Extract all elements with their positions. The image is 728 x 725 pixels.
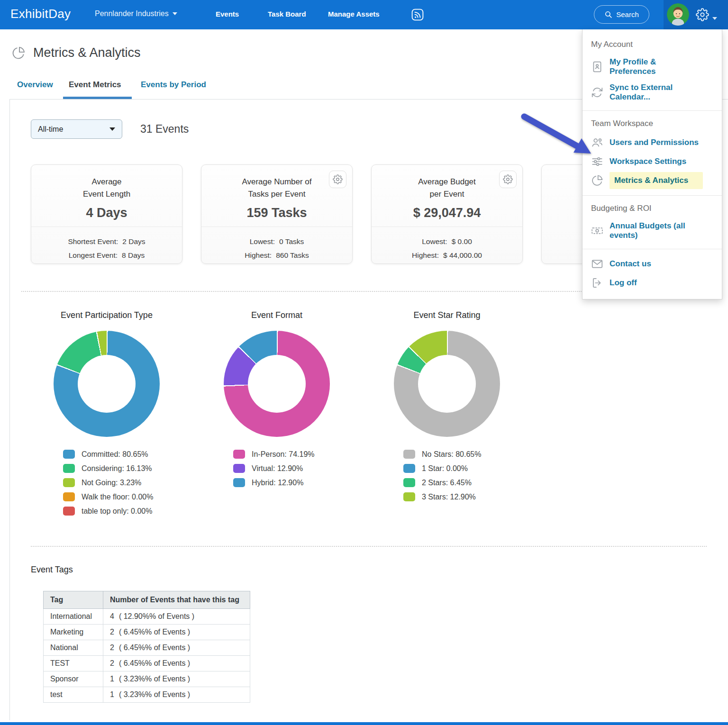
legend-swatch xyxy=(63,450,75,459)
chart-legend: In-Person: 74.19% Virtual: 12.90% Hybrid… xyxy=(233,450,353,487)
metric-card-budget: Average Budgetper Event $ 29,047.94 Lowe… xyxy=(371,164,523,264)
workspace-name: Pennlander Industries xyxy=(95,9,169,18)
table-row: TEST2( 6.45%% of Events ) xyxy=(44,656,250,671)
legend-swatch xyxy=(403,464,415,473)
menu-section-header: My Account xyxy=(582,37,722,54)
menu-item-metrics-analytics[interactable]: Metrics & Analytics xyxy=(582,171,722,190)
chevron-down-icon xyxy=(712,13,717,22)
table-row: test1( 3.23%% of Events ) xyxy=(44,687,250,703)
card-stats: Shortest Event:2 Days Longest Event:8 Da… xyxy=(31,235,182,262)
column-header-tag: Tag xyxy=(44,591,103,609)
chart-legend: Committed: 80.65% Considering: 16.13% No… xyxy=(63,450,182,516)
table-row: Marketing2( 6.45%% of Events ) xyxy=(44,625,250,640)
logout-icon xyxy=(591,277,603,289)
chevron-down-icon xyxy=(173,12,177,15)
legend-swatch xyxy=(63,492,75,501)
tab-event-metrics[interactable]: Event Metrics xyxy=(69,80,121,90)
card-stats: Lowest:0 Tasks Highest:860 Tasks xyxy=(201,235,352,262)
app-root: ExhibitDay Pennlander Industries Events … xyxy=(0,0,728,725)
legend-swatch xyxy=(403,492,415,501)
search-button[interactable]: Search xyxy=(594,5,649,24)
menu-item-sync-calendar[interactable]: Sync to External Calendar... xyxy=(582,80,722,105)
page-title: Metrics & Analytics xyxy=(33,45,141,60)
chart-title: Event Star Rating xyxy=(371,310,523,320)
settings-dropdown-menu: My Account My Profile & Preferences Sync… xyxy=(582,29,722,299)
search-icon xyxy=(604,10,612,18)
legend-swatch xyxy=(63,478,75,487)
pie-chart-icon xyxy=(11,46,26,60)
settings-gear-icon[interactable] xyxy=(696,8,709,21)
metric-card-tasks: Average Number ofTasks per Event 159 Tas… xyxy=(201,164,353,264)
legend-swatch xyxy=(233,464,245,473)
donut-chart xyxy=(394,331,500,437)
chart-title: Event Participation Type xyxy=(31,310,182,320)
legend-swatch xyxy=(63,464,75,473)
nav-link-events[interactable]: Events xyxy=(216,10,239,18)
legend-swatch xyxy=(403,478,415,487)
rss-icon[interactable] xyxy=(411,9,424,21)
column-header-count: Number of Events that have this tag xyxy=(103,591,250,609)
card-settings-gear-icon[interactable] xyxy=(329,171,346,188)
tab-overview[interactable]: Overview xyxy=(17,80,53,90)
menu-section-header: Budgeting & ROI xyxy=(582,201,722,218)
card-value: 4 Days xyxy=(31,206,182,220)
table-row: International4( 12.90%% of Events ) xyxy=(44,609,250,625)
table-row: National2( 6.45%% of Events ) xyxy=(44,640,250,656)
chart-star-rating: Event Star Rating No Stars: 80.65% 1 Sta… xyxy=(371,310,523,507)
chart-legend: No Stars: 80.65% 1 Star: 0.00% 2 Stars: … xyxy=(403,450,523,501)
event-tags-heading: Event Tags xyxy=(31,565,73,575)
pie-icon xyxy=(591,174,603,187)
card-title: AverageEvent Length xyxy=(31,176,182,200)
menu-item-users-permissions[interactable]: Users and Permissions xyxy=(582,133,722,152)
metric-card-event-length: AverageEvent Length 4 Days Shortest Even… xyxy=(31,164,182,264)
section-divider xyxy=(31,546,707,547)
chevron-down-icon xyxy=(109,127,115,131)
chart-participation-type: Event Participation Type Committed: 80.6… xyxy=(31,310,182,521)
event-tags-table: Tag Number of Events that have this tag … xyxy=(43,591,250,703)
menu-divider xyxy=(582,195,722,196)
menu-item-contact-us[interactable]: Contact us xyxy=(582,254,722,273)
menu-divider xyxy=(582,249,722,249)
search-label: Search xyxy=(616,10,639,18)
table-row: Sponsor1( 3.23%% of Events ) xyxy=(44,671,250,687)
event-count: 31 Events xyxy=(140,123,189,136)
nav-link-task-board[interactable]: Task Board xyxy=(268,10,306,18)
legend-swatch xyxy=(403,450,415,459)
banknote-icon xyxy=(591,225,603,237)
bottom-edge-bar xyxy=(0,722,728,725)
chart-title: Event Format xyxy=(201,310,353,320)
legend-swatch xyxy=(233,450,245,459)
nav-link-manage-assets[interactable]: Manage Assets xyxy=(328,10,380,18)
card-stats: Lowest:$ 0.00 Highest:$ 44,000.00 xyxy=(372,235,522,262)
menu-item-workspace-settings[interactable]: Workspace Settings xyxy=(582,152,722,171)
tab-events-by-period[interactable]: Events by Period xyxy=(141,80,206,90)
card-settings-gear-icon[interactable] xyxy=(499,171,517,188)
sliders-icon xyxy=(591,155,603,168)
card-value: 159 Tasks xyxy=(201,206,352,220)
envelope-icon xyxy=(591,258,603,270)
time-range-value: All-time xyxy=(38,125,63,134)
menu-item-log-off[interactable]: Log off xyxy=(582,273,722,292)
top-navbar: ExhibitDay Pennlander Industries Events … xyxy=(0,0,728,29)
donut-chart xyxy=(224,331,330,437)
brand-logo[interactable]: ExhibitDay xyxy=(10,7,71,21)
users-icon xyxy=(591,136,603,149)
card-value: $ 29,047.94 xyxy=(372,206,522,220)
menu-section-header: Team Workspace xyxy=(582,116,722,133)
menu-item-annual-budgets[interactable]: Annual Budgets (all events) xyxy=(582,218,722,244)
sync-icon xyxy=(591,86,603,99)
time-range-select[interactable]: All-time xyxy=(31,119,122,139)
chart-event-format: Event Format In-Person: 74.19% Virtual: … xyxy=(201,310,353,492)
legend-swatch xyxy=(63,507,75,516)
avatar[interactable] xyxy=(667,3,689,26)
menu-divider xyxy=(582,110,722,111)
menu-item-my-profile[interactable]: My Profile & Preferences xyxy=(582,54,722,80)
id-card-icon xyxy=(591,61,603,73)
donut-chart xyxy=(54,331,160,437)
workspace-switcher[interactable]: Pennlander Industries xyxy=(95,9,177,18)
legend-swatch xyxy=(233,478,245,487)
